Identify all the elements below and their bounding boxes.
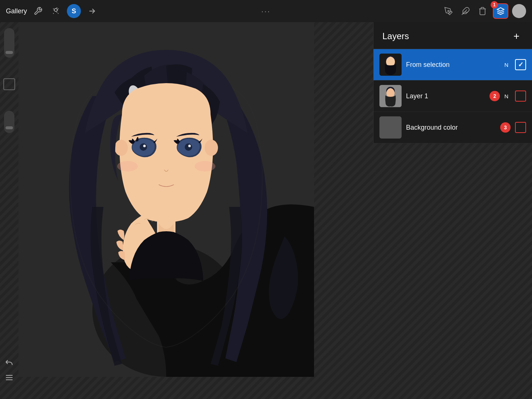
layer-visibility-background-color[interactable]: [515, 122, 526, 133]
magic-icon[interactable]: [49, 4, 62, 18]
smudge-tool-icon[interactable]: [459, 4, 472, 18]
svg-marker-4: [497, 8, 504, 11]
bg-badge: 3: [500, 122, 511, 133]
svg-point-9: [115, 140, 128, 156]
layer-name-layer1: Layer 1: [406, 92, 485, 100]
modify-button[interactable]: [3, 371, 16, 384]
pen-tool-icon[interactable]: [442, 4, 455, 18]
layer-thumbnail-from-selection: [379, 54, 402, 76]
svg-point-11: [140, 143, 147, 151]
layer-visibility-from-selection[interactable]: ✓: [515, 59, 526, 70]
thumb-layer1: [379, 85, 402, 107]
toolbar-left: Gallery S: [6, 4, 261, 18]
gallery-button[interactable]: Gallery: [6, 7, 27, 15]
color-square[interactable]: [3, 78, 15, 90]
anime-character-svg: [18, 22, 314, 377]
layer-thumbnail-bg: [379, 116, 402, 139]
svg-point-15: [117, 161, 138, 171]
svg-point-16: [195, 161, 215, 171]
layers-panel: Layers + From selection N ✓: [373, 22, 532, 143]
opacity-slider[interactable]: [4, 28, 14, 58]
svg-point-1: [448, 10, 449, 12]
layer-row-layer1[interactable]: Layer 1 2 N: [374, 81, 532, 112]
layer-visibility-layer1[interactable]: [515, 91, 526, 102]
size-slider[interactable]: [4, 111, 14, 133]
thumb-from-selection: [379, 54, 402, 76]
profile-avatar[interactable]: [512, 4, 526, 18]
toolbar-right: 1: [271, 3, 526, 19]
layer-mode-from-selection: N: [504, 62, 508, 68]
user-avatar[interactable]: S: [67, 4, 81, 18]
toolbar-center: ···: [261, 7, 271, 16]
svg-point-13: [185, 143, 192, 151]
layer-row-background-color[interactable]: Background color 3: [374, 112, 532, 143]
artwork-canvas: [18, 22, 314, 377]
layers-button[interactable]: 1: [493, 3, 508, 19]
layers-badge: 1: [491, 1, 498, 8]
layer-name-from-selection: From selection: [406, 61, 500, 69]
svg-point-10: [205, 140, 218, 156]
left-sidebar: [0, 22, 18, 399]
svg-point-14: [188, 145, 191, 147]
layer1-badge: 2: [490, 91, 500, 101]
add-layer-button[interactable]: +: [510, 30, 523, 43]
layers-title: Layers: [382, 31, 409, 41]
layer-name-background-color: Background color: [406, 124, 496, 132]
checkmark-icon: ✓: [518, 61, 524, 69]
svg-point-12: [143, 145, 146, 147]
svg-point-0: [54, 8, 57, 11]
arrow-icon[interactable]: [85, 4, 99, 18]
layers-header: Layers +: [374, 22, 532, 49]
thumb-bg-color: [379, 116, 402, 139]
toolbar: Gallery S ···: [0, 0, 532, 22]
layer-thumbnail-layer1: [379, 85, 402, 107]
more-options-button[interactable]: ···: [261, 7, 271, 16]
wrench-icon[interactable]: [31, 4, 45, 18]
undo-button[interactable]: [3, 356, 16, 369]
erase-tool-icon[interactable]: [476, 4, 489, 18]
layer-mode-layer1: N: [504, 93, 508, 99]
layer-row-from-selection[interactable]: From selection N ✓: [374, 49, 532, 81]
